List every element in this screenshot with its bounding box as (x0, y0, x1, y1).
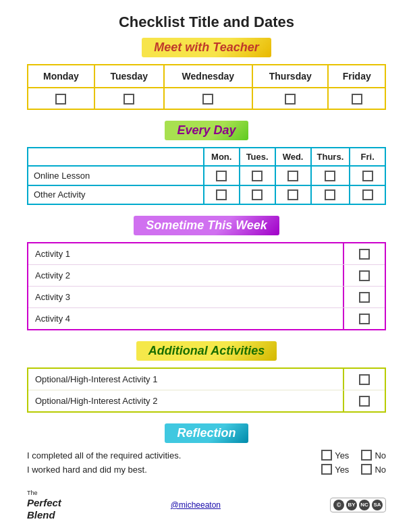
footer-link[interactable]: @micheeaton (171, 500, 221, 510)
sometime-checkbox-cell[interactable] (344, 288, 385, 307)
meet-checkbox-cell[interactable] (328, 88, 385, 109)
sometime-checkbox-cell[interactable] (344, 266, 385, 285)
checkbox[interactable] (202, 94, 213, 105)
activity-label: Optional/High-Interest Activity 2 (28, 390, 344, 411)
list-item: Activity 1 (28, 243, 385, 265)
meet-day-header: Monday (28, 65, 94, 88)
reflection-options: YesNo (321, 464, 386, 475)
everyday-checkbox-cell[interactable] (240, 166, 275, 185)
checkbox[interactable] (55, 94, 66, 105)
everyday-col-header: Tues. (240, 148, 275, 166)
everyday-col-header: Wed. (275, 148, 311, 166)
checkbox[interactable] (352, 94, 362, 105)
list-item: Optional/High-Interest Activity 2 (28, 390, 385, 411)
checkbox[interactable] (321, 464, 332, 475)
everyday-checkbox-cell[interactable] (204, 166, 240, 185)
meet-table: MondayTuesdayWednesdayThursdayFriday (27, 64, 386, 110)
sometime-checkbox-cell[interactable] (344, 309, 385, 328)
list-item: Optional/High-Interest Activity 1 (28, 369, 385, 390)
footer: The Perfect Blend @micheeaton © BY NC SA (27, 481, 386, 521)
checkbox[interactable] (325, 189, 335, 200)
checkbox[interactable] (252, 171, 263, 181)
everyday-checkbox-cell[interactable] (204, 185, 240, 205)
reflection-option[interactable]: Yes (321, 464, 349, 475)
reflection-option[interactable]: Yes (321, 450, 349, 461)
reflection-option[interactable]: No (361, 450, 386, 461)
checkbox[interactable] (216, 171, 227, 181)
logo-the: The (27, 490, 38, 496)
checkbox[interactable] (285, 94, 296, 105)
reflection-row: I worked hard and did my best.YesNo (27, 464, 386, 475)
everyday-row-label: Online Lesson (28, 166, 204, 185)
additional-checkbox-cell[interactable] (344, 370, 385, 389)
everyday-section: Every Day Mon.Tues.Wed.Thurs.Fri. Online… (27, 121, 386, 205)
everyday-checkbox-cell[interactable] (275, 185, 311, 205)
everyday-checkbox-cell[interactable] (311, 166, 350, 185)
reflection-text: I completed all of the required activiti… (27, 450, 321, 461)
reflection-option[interactable]: No (361, 464, 386, 475)
checkbox[interactable] (325, 171, 335, 181)
table-row: Other Activity (28, 185, 385, 205)
checkbox[interactable] (359, 314, 370, 324)
checkbox[interactable] (359, 270, 370, 281)
everyday-checkbox-cell[interactable] (275, 166, 311, 185)
meet-day-header: Tuesday (94, 65, 164, 88)
sometime-table: Activity 1Activity 2Activity 3Activity 4 (27, 242, 386, 330)
checkbox[interactable] (359, 249, 370, 260)
page-title: Checklist Title and Dates (27, 13, 386, 31)
logo-perfect: Perfect (27, 497, 61, 508)
list-item: Activity 4 (28, 308, 385, 329)
reflection-option-label: No (375, 450, 386, 461)
everyday-col-header: Thurs. (311, 148, 350, 166)
checkbox[interactable] (287, 189, 298, 200)
everyday-checkbox-cell[interactable] (311, 185, 350, 205)
sometime-section: Sometime This Week Activity 1Activity 2A… (27, 216, 386, 330)
sometime-checkbox-cell[interactable] (344, 245, 385, 264)
checkbox[interactable] (321, 450, 332, 461)
activity-label: Activity 2 (28, 265, 344, 286)
additional-section: Additional Activities Optional/High-Inte… (27, 341, 386, 413)
checkbox[interactable] (362, 189, 373, 200)
meet-checkbox-cell[interactable] (252, 88, 328, 109)
list-item: Activity 2 (28, 265, 385, 287)
meet-day-header: Friday (328, 65, 385, 88)
additional-checkbox-cell[interactable] (344, 392, 385, 411)
reflection-option-label: Yes (335, 465, 349, 475)
checkbox[interactable] (359, 396, 370, 407)
cc-badge: © BY NC SA (330, 498, 386, 512)
reflection-options: YesNo (321, 450, 386, 461)
cc-nc-icon: NC (359, 500, 370, 510)
everyday-checkbox-cell[interactable] (240, 185, 275, 205)
everyday-checkbox-cell[interactable] (350, 166, 385, 185)
meet-day-header: Wednesday (164, 65, 252, 88)
checkbox[interactable] (361, 464, 372, 475)
activity-label: Activity 1 (28, 243, 344, 264)
sometime-label: Sometime This Week (134, 216, 279, 235)
checkbox[interactable] (359, 374, 370, 385)
reflection-section: Reflection I completed all of the requir… (27, 423, 386, 475)
everyday-label: Every Day (165, 121, 248, 140)
checkbox[interactable] (123, 94, 134, 105)
reflection-option-label: No (375, 465, 386, 475)
meet-checkbox-cell[interactable] (164, 88, 252, 109)
cc-icon: © (333, 500, 344, 510)
everyday-col-header: Fri. (350, 148, 385, 166)
logo-blend: Blend (27, 509, 55, 521)
checkbox[interactable] (252, 189, 263, 200)
everyday-col-header: Mon. (204, 148, 240, 166)
everyday-checkbox-cell[interactable] (350, 185, 385, 205)
meet-checkbox-cell[interactable] (94, 88, 164, 109)
checkbox[interactable] (359, 292, 370, 303)
checkbox[interactable] (361, 450, 372, 461)
checkbox[interactable] (287, 171, 298, 181)
cc-sa-icon: SA (372, 500, 383, 510)
checkbox[interactable] (216, 189, 227, 200)
additional-table: Optional/High-Interest Activity 1Optiona… (27, 367, 386, 413)
checkbox[interactable] (362, 171, 373, 181)
everyday-table: Mon.Tues.Wed.Thurs.Fri. Online LessonOth… (27, 147, 386, 205)
table-row: Online Lesson (28, 166, 385, 185)
logo: The Perfect Blend (27, 488, 61, 521)
meet-checkbox-cell[interactable] (28, 88, 94, 109)
reflection-label: Reflection (165, 423, 248, 443)
meet-label: Meet with Teacher (142, 38, 271, 57)
